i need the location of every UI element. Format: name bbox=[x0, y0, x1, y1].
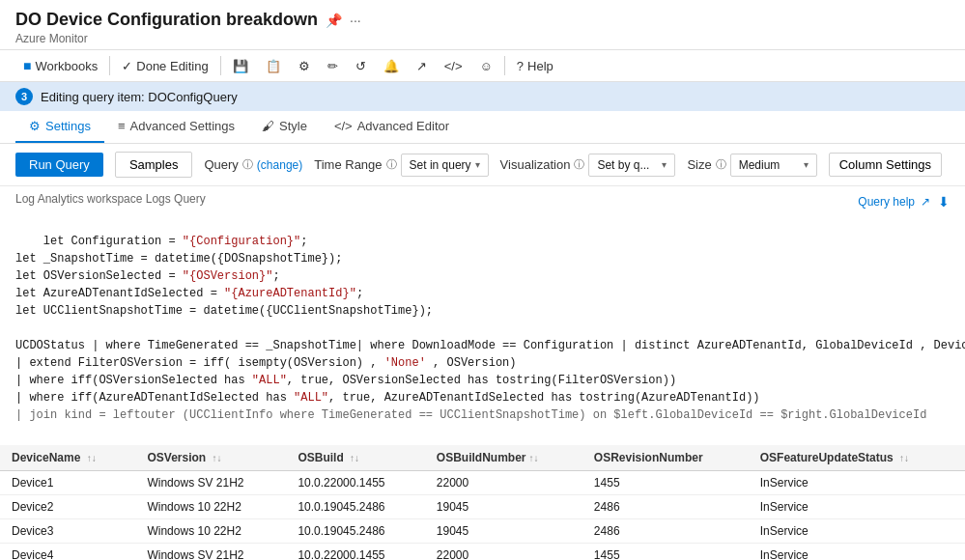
size-arrow: ▾ bbox=[804, 159, 809, 170]
query-label: Query bbox=[204, 157, 238, 172]
col-os-revision-number[interactable]: OSRevisionNumber bbox=[582, 445, 749, 471]
emoji-button[interactable]: ☺ bbox=[472, 55, 500, 77]
pencil-icon: ✏ bbox=[327, 59, 338, 73]
advanced-editor-icon: </> bbox=[334, 119, 353, 133]
cell-osversion: Windows SV 21H2 bbox=[135, 471, 286, 495]
settings-tab-icon: ⚙ bbox=[29, 119, 41, 133]
page-subtitle: Azure Monitor bbox=[15, 32, 950, 45]
tab-bar: ⚙ Settings ≡ Advanced Settings 🖌 Style <… bbox=[0, 111, 965, 144]
col-os-version[interactable]: OSVersion ↑↓ bbox=[135, 445, 286, 471]
run-query-button[interactable]: Run Query bbox=[15, 153, 103, 177]
cell-osversion: Windows SV 21H2 bbox=[135, 544, 286, 561]
external-link-icon: ↗ bbox=[921, 195, 930, 209]
save-button[interactable]: 💾 bbox=[225, 55, 256, 77]
size-group: Size ⓘ Medium ▾ bbox=[687, 154, 816, 177]
visualization-group: Visualization ⓘ Set by q... ▾ bbox=[500, 154, 676, 177]
table-header: DeviceName ↑↓ OSVersion ↑↓ OSBuild ↑↓ OS… bbox=[0, 445, 965, 471]
visualization-value: Set by q... bbox=[597, 158, 649, 172]
viz-info-icon: ⓘ bbox=[574, 157, 584, 172]
query-field-group: Query ⓘ (change) bbox=[204, 157, 302, 172]
copy-button[interactable]: 📋 bbox=[258, 55, 289, 77]
cell-osfeatureupdatestatus: InService bbox=[749, 544, 965, 561]
cell-osversion: Windows 10 22H2 bbox=[135, 495, 286, 519]
cell-osbuildnumber: 22000 bbox=[425, 471, 582, 495]
help-label: Help bbox=[527, 59, 553, 73]
change-link[interactable]: (change) bbox=[257, 158, 302, 172]
col-os-build[interactable]: OSBuild ↑↓ bbox=[286, 445, 424, 471]
visualization-dropdown[interactable]: Set by q... ▾ bbox=[588, 154, 675, 177]
copy-icon: 📋 bbox=[266, 59, 281, 73]
done-editing-button[interactable]: ✓ Done Editing bbox=[114, 55, 215, 77]
time-range-value: Set in query bbox=[410, 158, 471, 172]
tab-advanced-settings-label: Advanced Settings bbox=[130, 119, 235, 133]
cell-osbuildnumber: 22000 bbox=[425, 544, 582, 561]
code-icon: </> bbox=[444, 59, 463, 73]
data-table: DeviceName ↑↓ OSVersion ↑↓ OSBuild ↑↓ OS… bbox=[0, 445, 965, 560]
cell-devicename: Device3 bbox=[0, 519, 135, 544]
cell-devicename: Device4 bbox=[0, 544, 135, 561]
done-editing-icon: ✓ bbox=[122, 59, 132, 73]
cell-osrevisionnumber: 2486 bbox=[582, 495, 749, 519]
cell-osbuild: 10.0.19045.2486 bbox=[286, 519, 424, 544]
download-icon[interactable]: ⬇ bbox=[938, 194, 950, 210]
tab-advanced-settings[interactable]: ≡ Advanced Settings bbox=[104, 111, 248, 143]
tab-style[interactable]: 🖌 Style bbox=[248, 111, 321, 143]
cell-osbuild: 10.0.22000.1455 bbox=[286, 544, 424, 561]
tab-advanced-editor-label: Advanced Editor bbox=[357, 119, 449, 133]
samples-button[interactable]: Samples bbox=[115, 152, 193, 178]
pin-icon[interactable]: 📌 bbox=[326, 13, 342, 28]
column-settings-button[interactable]: Column Settings bbox=[829, 153, 942, 177]
query-code-block: let Configuration = "{Configuration}"; l… bbox=[15, 215, 950, 441]
size-label: Size bbox=[687, 157, 711, 172]
viz-arrow: ▾ bbox=[662, 159, 667, 170]
time-range-dropdown[interactable]: Set in query ▾ bbox=[401, 154, 489, 177]
toolbar-sep-2 bbox=[220, 56, 221, 75]
refresh-button[interactable]: ↺ bbox=[348, 55, 374, 77]
alert-button[interactable]: 🔔 bbox=[376, 55, 407, 77]
log-section-title: Log Analytics workspace Logs Query bbox=[15, 192, 206, 206]
gear-icon: ⚙ bbox=[298, 59, 310, 73]
table-row: Device1Windows SV 21H210.0.22000.1455220… bbox=[0, 471, 965, 495]
size-info-icon: ⓘ bbox=[716, 157, 726, 172]
results-table: DeviceName ↑↓ OSVersion ↑↓ OSBuild ↑↓ OS… bbox=[0, 445, 965, 560]
table-row: Device4Windows SV 21H210.0.22000.1455220… bbox=[0, 544, 965, 561]
cell-osbuild: 10.0.19045.2486 bbox=[286, 495, 424, 519]
code-button[interactable]: </> bbox=[437, 55, 470, 77]
cell-osrevisionnumber: 1455 bbox=[582, 544, 749, 561]
share-button[interactable]: ↗ bbox=[409, 55, 435, 77]
bell-icon: 🔔 bbox=[383, 59, 399, 73]
page-title: DO Device Configuration breakdown bbox=[15, 10, 318, 30]
time-range-arrow: ▾ bbox=[475, 159, 480, 170]
time-range-group: Time Range ⓘ Set in query ▾ bbox=[314, 154, 488, 177]
help-button[interactable]: ? Help bbox=[509, 55, 561, 77]
tab-advanced-editor[interactable]: </> Advanced Editor bbox=[321, 111, 463, 143]
tab-settings[interactable]: ⚙ Settings bbox=[15, 111, 104, 143]
tab-settings-label: Settings bbox=[45, 119, 91, 133]
page-header: DO Device Configuration breakdown 📌 ··· … bbox=[0, 0, 965, 50]
workbooks-button[interactable]: ■ Workbooks bbox=[15, 54, 105, 77]
settings-button[interactable]: ⚙ bbox=[291, 55, 318, 77]
advanced-settings-icon: ≡ bbox=[118, 119, 126, 133]
editing-banner: 3 Editing query item: DOConfigQuery bbox=[0, 82, 965, 111]
done-editing-label: Done Editing bbox=[136, 59, 208, 73]
time-range-info-icon: ⓘ bbox=[386, 157, 397, 172]
toolbar: ■ Workbooks ✓ Done Editing 💾 📋 ⚙ ✏ ↺ 🔔 ↗… bbox=[0, 50, 965, 82]
cell-osfeatureupdatestatus: InService bbox=[749, 471, 965, 495]
cell-devicename: Device2 bbox=[0, 495, 135, 519]
visualization-label: Visualization bbox=[500, 157, 571, 172]
cell-osrevisionnumber: 1455 bbox=[582, 471, 749, 495]
cell-osbuild: 10.0.22000.1455 bbox=[286, 471, 424, 495]
col-os-build-number[interactable]: OSBuildNumber↑↓ bbox=[425, 445, 582, 471]
cell-osbuildnumber: 19045 bbox=[425, 519, 582, 544]
query-bar: Run Query Samples Query ⓘ (change) Time … bbox=[0, 144, 965, 186]
tab-style-label: Style bbox=[279, 119, 307, 133]
query-help-link[interactable]: Query help ↗ bbox=[858, 195, 930, 209]
size-dropdown[interactable]: Medium ▾ bbox=[730, 154, 817, 177]
col-os-feature-update-status[interactable]: OSFeatureUpdateStatus ↑↓ bbox=[749, 445, 965, 471]
toolbar-sep-3 bbox=[504, 56, 505, 75]
edit-button[interactable]: ✏ bbox=[320, 55, 346, 77]
col-device-name[interactable]: DeviceName ↑↓ bbox=[0, 445, 135, 471]
save-icon: 💾 bbox=[233, 59, 248, 73]
more-icon[interactable]: ··· bbox=[350, 13, 361, 28]
workbooks-icon: ■ bbox=[23, 58, 31, 73]
